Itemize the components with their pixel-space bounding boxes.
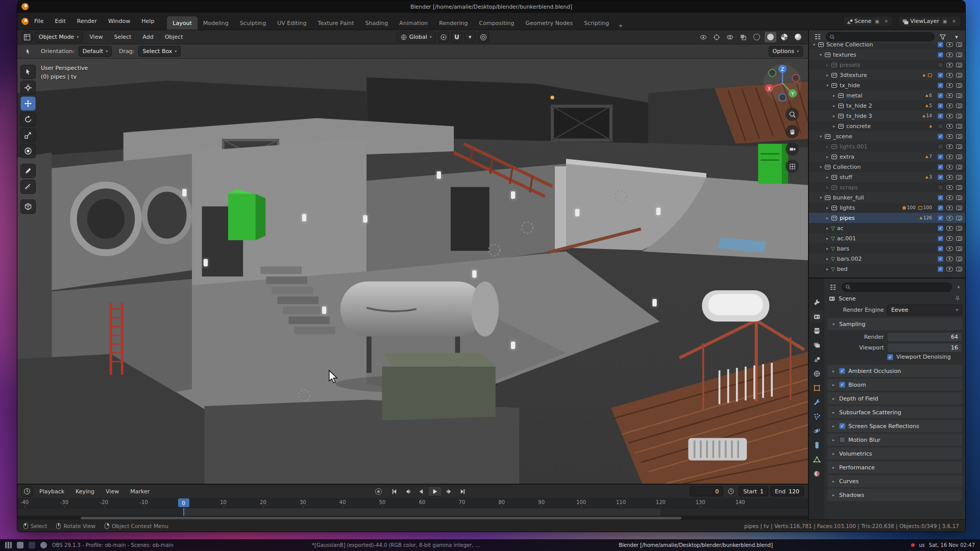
remove-viewlayer-button[interactable]: ✕ [950,18,958,25]
properties-search-input[interactable] [842,283,952,292]
menu-window[interactable]: Window [104,16,135,27]
jump-end-button[interactable] [456,486,469,496]
hide-eye-icon[interactable] [946,165,953,169]
viewport-menu-add[interactable]: Add [138,32,158,43]
disable-render-icon[interactable] [956,144,962,149]
properties-editor-type-button[interactable] [827,282,839,292]
disclosure-closed-icon[interactable]: ▸ [824,73,830,78]
outliner-row-bars[interactable]: ▸▽bars [809,243,965,254]
keyboard-layout[interactable]: us [919,542,925,548]
menu-file[interactable]: File [30,16,48,27]
properties-tab-particles[interactable] [810,410,823,422]
disable-render-icon[interactable] [956,104,962,108]
disclosure-open-icon[interactable]: ▾ [818,195,824,200]
disclosure-closed-icon[interactable]: ▸ [824,155,830,159]
hide-eye-icon[interactable] [946,124,953,129]
viewport-menu-view[interactable]: View [85,32,107,43]
hide-eye-icon[interactable] [946,83,953,88]
motion-blur-checkbox[interactable] [839,437,845,443]
options-dropdown[interactable]: Options [769,46,803,57]
properties-tab-world[interactable] [810,367,823,380]
hide-eye-icon[interactable] [946,53,953,57]
app-grid-icon[interactable] [5,542,12,548]
snap-magnet-toggle[interactable] [451,32,462,42]
frame-start-field[interactable]: Start 1 [739,486,768,496]
hide-eye-icon[interactable] [946,246,953,251]
outliner-row-lights-001[interactable]: ▸lights.001 [809,141,965,152]
exclude-checkbox[interactable] [938,113,943,119]
outliner-row-scraps[interactable]: ▸scraps [809,182,965,192]
disable-render-icon[interactable] [956,165,962,169]
workspace-tab-compositing[interactable]: Compositing [474,16,520,30]
timeline-menu-playback[interactable]: Playback [35,486,69,497]
section-performance[interactable]: ▸Performance [827,461,962,473]
workspace-tab-uv-editing[interactable]: UV Editing [272,16,312,30]
outliner-row-bars-002[interactable]: ▸▽bars.002 [809,254,965,264]
disclosure-closed-icon[interactable]: ▸ [831,104,837,108]
play-button[interactable] [428,486,442,496]
tool-annotate-button[interactable] [20,164,36,178]
properties-options-icon[interactable]: ▾ [955,284,962,291]
hide-eye-icon[interactable] [946,73,953,78]
screen-space-reflections-checkbox[interactable] [839,423,845,429]
section-bloom[interactable]: ▸Bloom [827,379,962,391]
ambient-occlusion-checkbox[interactable] [839,368,845,374]
outliner-row-ac-001[interactable]: ▸▽ac.001 [809,233,965,243]
sampling-viewport-field[interactable]: 16 [887,343,962,353]
disclosure-closed-icon[interactable]: ▸ [831,114,837,118]
hide-eye-icon[interactable] [946,155,953,159]
exclude-checkbox[interactable] [938,134,943,139]
disable-render-icon[interactable] [956,93,962,98]
outliner-row-ac[interactable]: ▸▽ac [809,223,965,233]
outliner-row-extra[interactable]: ▸extra▲7 [809,152,965,162]
section-shadows[interactable]: ▸Shadows [827,489,962,501]
exclude-checkbox[interactable] [938,226,943,231]
properties-tab-material[interactable] [810,467,823,480]
outliner-row-stuff[interactable]: ▸stuff▲3 [809,172,965,182]
jump-start-button[interactable] [388,486,400,496]
shading-solid-button[interactable] [765,32,776,42]
section-motion-blur[interactable]: ▸Motion Blur [827,434,962,446]
pin-icon[interactable] [954,295,961,302]
timeline-menu-keying[interactable]: Keying [71,486,99,497]
orientation-value-dropdown[interactable]: Default [79,46,112,57]
disable-render-icon[interactable] [956,226,962,231]
menu-help[interactable]: Help [137,16,159,27]
exclude-checkbox[interactable] [938,154,943,160]
tool-tweak-button[interactable] [20,65,36,79]
clock[interactable]: Sat, 16 Nov 02:47 [929,542,975,548]
preview-range-clock-icon[interactable] [725,486,737,497]
ortho-grid-icon[interactable] [786,160,799,173]
hide-eye-icon[interactable] [946,104,953,108]
disclosure-closed-icon[interactable]: ▸ [824,175,830,180]
editor-type-button[interactable] [21,32,33,42]
exclude-checkbox[interactable] [938,72,943,78]
menu-edit[interactable]: Edit [50,16,70,27]
workspace-tab-animation[interactable]: Animation [394,16,433,30]
disable-render-icon[interactable] [956,63,962,67]
viewport-menu-object[interactable]: Object [160,32,188,43]
disclosure-closed-icon[interactable]: ▸ [824,246,830,251]
tool-transform-button[interactable] [20,144,36,158]
prev-keyframe-button[interactable] [401,486,413,496]
outliner-row-scene[interactable]: ▾_scene [809,131,965,141]
scene-selector[interactable]: Scene ▣ ✕ [843,16,894,27]
snap-settings-dropdown[interactable]: ▾ [464,32,476,42]
disable-render-icon[interactable] [956,216,962,220]
shading-material-button[interactable] [778,32,790,42]
exclude-checkbox[interactable] [938,42,943,47]
workspace-tab-layout[interactable]: Layout [167,16,197,30]
exclude-checkbox[interactable] [938,205,943,211]
properties-tab-view-layer[interactable] [810,339,823,351]
disclosure-open-icon[interactable]: ▾ [811,42,817,47]
disable-render-icon[interactable] [956,236,962,241]
outliner-row-lights[interactable]: ▸lights100100 [809,203,965,213]
sampling-render-field[interactable]: 64 [887,332,962,342]
exclude-checkbox[interactable] [938,164,943,170]
section-sampling[interactable]: ▾ Sampling [827,318,962,330]
hide-eye-icon[interactable] [946,114,953,118]
hide-eye-icon[interactable] [946,226,953,231]
exclude-checkbox[interactable] [938,83,943,88]
outliner-row-textures[interactable]: ▾textures [809,49,965,60]
outliner-row-concrete[interactable]: ▸concrete▲ [809,121,965,131]
